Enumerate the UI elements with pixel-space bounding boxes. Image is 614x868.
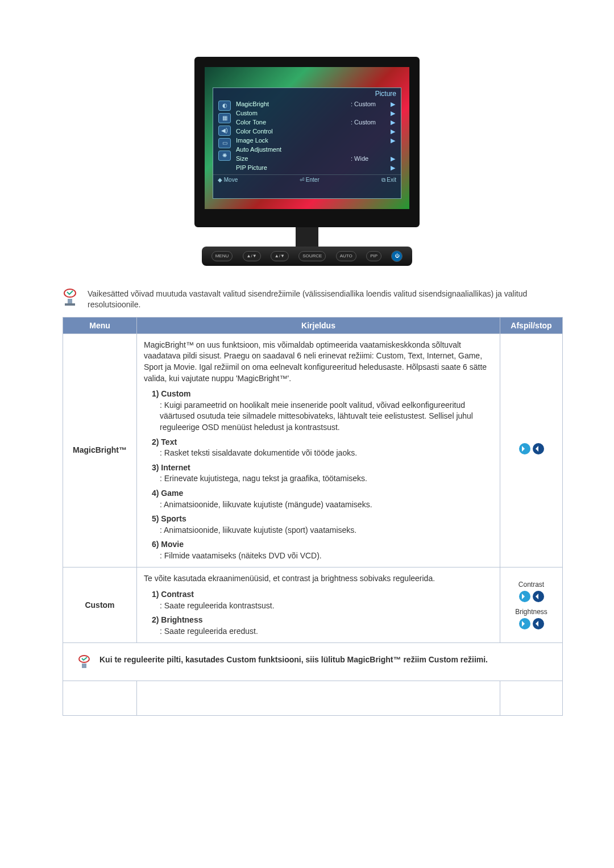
osd-item: Size: Wide▶ (236, 154, 397, 163)
osd-icon-slot: ◀) (218, 126, 231, 136)
mode-item: 6) Movie: Filmide vaatamiseks (näiteks D… (152, 539, 493, 561)
play-icon[interactable] (519, 591, 530, 602)
osd-footer-enter: ⏎ Enter (300, 177, 320, 183)
afspil-cell: ContrastBrightness (500, 567, 563, 643)
osd-item-value: : Custom (351, 99, 391, 108)
osd-item-value (351, 136, 391, 145)
note-icon (63, 289, 77, 306)
af-label: Contrast (507, 580, 555, 590)
osd-item-label: Size (236, 154, 351, 163)
mode-item: 1) Custom: Kuigi parameetrid on hoolikal… (152, 389, 493, 433)
mode-title: 1) Contrast (152, 590, 194, 599)
monitor-button[interactable]: ▲/▼ (243, 251, 261, 261)
osd-item: MagicBright: Custom▶ (236, 99, 397, 108)
stop-icon[interactable] (533, 591, 544, 602)
table-note-row: Kui te reguleerite pilti, kasutades Cust… (63, 643, 563, 681)
osd-panel: Picture ◐ ▦ ◀) ▭ ✺ MagicBright: Custom▶C… (213, 87, 401, 199)
chevron-right-icon: ▶ (391, 154, 395, 163)
spacer-cell (63, 681, 137, 716)
chevron-right-icon: ▶ (391, 99, 395, 108)
osd-item-label: Auto Adjustment (236, 145, 355, 154)
table-row: CustomTe võite kasutada ekraanimenüüsid,… (63, 567, 563, 643)
osd-icon-slot: ✺ (218, 151, 231, 161)
table-note-cell: Kui te reguleerite pilti, kasutades Cust… (63, 643, 563, 681)
monitor-screen: Picture ◐ ▦ ◀) ▭ ✺ MagicBright: Custom▶C… (194, 57, 420, 227)
mode-item: 4) Game: Animatsioonide, liikuvate kujut… (152, 488, 493, 510)
mode-desc: : Filmide vaatamiseks (näiteks DVD või V… (160, 550, 493, 562)
mode-desc: : Animatsioonide, liikuvate kujutiste (s… (160, 525, 493, 536)
note-icon (77, 654, 92, 669)
osd-category-icons: ◐ ▦ ◀) ▭ ✺ (217, 99, 233, 172)
osd-item: PIP Picture▶ (236, 163, 397, 172)
osd-icon-slot: ◐ (218, 101, 231, 111)
monitor-button[interactable]: MENU (211, 251, 233, 261)
play-icon[interactable] (519, 443, 530, 454)
chevron-right-icon: ▶ (391, 136, 395, 145)
osd-item: Image Lock▶ (236, 136, 397, 145)
mode-title: 5) Sports (152, 514, 186, 523)
mode-title: 4) Game (152, 489, 183, 498)
monitor-neck (296, 227, 318, 247)
osd-item-label: Color Tone (236, 118, 351, 127)
stop-icon[interactable] (533, 443, 544, 454)
monitor-base: MENU▲/▼▲/▼SOURCEAUTOPIP⏻ (202, 247, 412, 266)
mode-title: 2) Text (152, 437, 177, 446)
osd-item-value (351, 127, 391, 136)
mode-desc: : Saate reguleerida kontrastsust. (160, 600, 493, 612)
description-table: Menu Kirjeldus Afspil/stop MagicBright™M… (63, 317, 563, 716)
osd-item-label: Image Lock (236, 136, 351, 145)
th-menu: Menu (63, 317, 137, 333)
mode-item: 2) Text: Rasket teksti sisaldavate dokum… (152, 437, 493, 459)
monitor-button[interactable]: SOURCE (298, 251, 326, 261)
osd-items: MagicBright: Custom▶Custom▶Color Tone: C… (233, 99, 397, 172)
mode-desc: : Saate reguleerida eredust. (160, 626, 493, 637)
osd-item-label: Custom (236, 108, 351, 118)
mode-desc: : Erinevate kujutistega, nagu tekst ja g… (160, 473, 493, 485)
play-stop-icons (519, 618, 544, 629)
mode-desc: : Rasket teksti sisaldavate dokumentide … (160, 448, 493, 459)
description-cell: Te võite kasutada ekraanimenüüsid, et co… (137, 567, 500, 643)
monitor-button[interactable]: ▲/▼ (271, 251, 289, 261)
osd-item: Custom▶ (236, 108, 397, 118)
osd-item-value (351, 108, 391, 118)
osd-footer: ◆ Move ⏎ Enter ⧉ Exit (213, 174, 401, 185)
spacer-row (63, 681, 563, 716)
note-block: Vaikesätted võivad muutuda vastavalt val… (63, 289, 563, 310)
osd-icon-slot: ▭ (218, 138, 231, 148)
table-row: MagicBright™MagicBright™ on uus funktsio… (63, 333, 563, 567)
mode-title: 2) Brightness (152, 615, 202, 624)
osd-item-value: : Wide (351, 154, 391, 163)
osd-item-label: PIP Picture (236, 163, 351, 172)
play-stop-icons (519, 591, 544, 602)
mode-item: 5) Sports: Animatsioonide, liikuvate kuj… (152, 514, 493, 536)
osd-item-value (351, 163, 391, 172)
th-desc: Kirjeldus (137, 317, 500, 333)
stop-icon[interactable] (533, 618, 544, 629)
play-icon[interactable] (519, 618, 530, 629)
table-note-text: Kui te reguleerite pilti, kasutades Cust… (99, 654, 488, 666)
monitor-button[interactable]: AUTO (336, 251, 356, 261)
osd-footer-move: ◆ Move (218, 177, 238, 183)
osd-item-label: Color Control (236, 127, 351, 136)
description-cell: MagicBright™ on uus funktsioon, mis võim… (137, 333, 500, 567)
play-stop-icons (519, 443, 544, 454)
osd-item-label: MagicBright (236, 99, 351, 108)
note-text: Vaikesätted võivad muutuda vastavalt val… (88, 289, 563, 310)
mode-desc: : Kuigi parameetrid on hoolikalt meie in… (160, 400, 493, 433)
osd-item: Auto Adjustment (236, 145, 397, 154)
osd-item: Color Control▶ (236, 127, 397, 136)
osd-item-value (355, 145, 395, 154)
mode-title: 1) Custom (152, 389, 190, 398)
osd-footer-exit: ⧉ Exit (381, 177, 396, 183)
osd-title: Picture (213, 88, 401, 99)
mode-title: 3) Internet (152, 463, 190, 472)
spacer-cell (500, 681, 563, 716)
mode-item: 1) Contrast: Saate reguleerida kontrasts… (152, 589, 493, 611)
svg-rect-4 (82, 663, 86, 668)
description-intro: MagicBright™ on uus funktsioon, mis võim… (144, 340, 493, 384)
mode-item: 3) Internet: Erinevate kujutistega, nagu… (152, 462, 493, 485)
power-button[interactable]: ⏻ (391, 251, 403, 262)
monitor-button[interactable]: PIP (366, 251, 381, 261)
menu-cell: Custom (63, 567, 137, 643)
chevron-right-icon: ▶ (391, 108, 395, 118)
